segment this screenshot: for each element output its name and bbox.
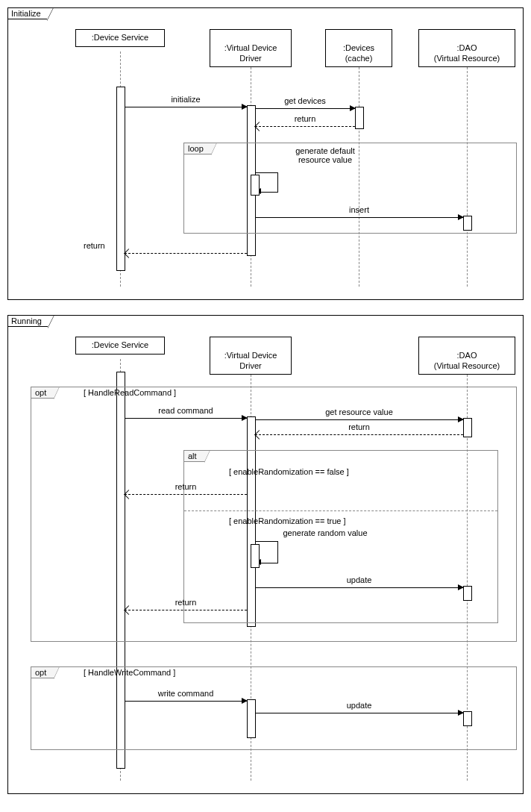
activation-bar [251, 544, 260, 568]
message-label: update [255, 575, 463, 584]
message-get-devices: get devices [255, 98, 355, 111]
participant-dao: :DAO (Virtual Resource) [418, 337, 515, 375]
participant-device-service: :Device Service [75, 29, 165, 47]
message-label: return [255, 114, 355, 123]
message-return-false: return [125, 484, 247, 497]
message-label: insert [255, 205, 463, 214]
message-label: get resource value [255, 407, 463, 416]
fragment-label: loop [188, 144, 204, 153]
participant-device-service: :Device Service [75, 337, 165, 355]
fragment-tab: alt [183, 450, 205, 462]
fragment-label: opt [35, 668, 46, 677]
fragment-tab: opt [31, 387, 54, 399]
participant-label: :Virtual Device Driver [224, 351, 277, 370]
fragment-guard: [ enableRandomization == false ] [229, 467, 349, 476]
frame-running: Running :Device Service :Virtual Device … [7, 315, 524, 794]
message-label: generate random value [262, 528, 389, 537]
activation-bar [251, 175, 260, 196]
message-return-resource: return [255, 424, 463, 437]
participant-label: :DAO (Virtual Resource) [434, 351, 500, 370]
fragment-label: opt [35, 388, 46, 397]
participant-label: :Virtual Device Driver [224, 43, 277, 63]
participant-label: :Device Service [92, 340, 148, 349]
participant-dao: :DAO (Virtual Resource) [418, 29, 515, 67]
message-label: generate default resource value [266, 146, 385, 164]
fragment-guard: [ HandleWriteCommand ] [84, 668, 175, 677]
message-update-write: update [255, 702, 463, 716]
participant-label: :Device Service [92, 33, 148, 42]
fragment-guard: [ enableRandomization == true ] [229, 516, 346, 525]
participant-virtual-driver: :Virtual Device Driver [210, 337, 292, 375]
message-label: update [255, 701, 463, 710]
message-label: read command [125, 406, 247, 415]
participant-label: :Devices (cache) [343, 43, 374, 63]
participant-virtual-driver: :Virtual Device Driver [210, 29, 292, 67]
message-return-devices: return [255, 116, 355, 129]
frame-title: Initialize [11, 9, 41, 18]
message-label: get devices [255, 96, 355, 105]
fragment-tab: opt [31, 666, 54, 678]
message-label: return [84, 241, 206, 250]
message-label: return [125, 598, 247, 607]
frame-title: Running [11, 316, 42, 325]
message-insert: insert [255, 207, 463, 220]
message-write-command: write command [125, 690, 247, 704]
message-initialize: initialize [125, 96, 247, 110]
fragment-tab: loop [183, 143, 212, 154]
message-label: initialize [125, 95, 247, 104]
frame-title-tab: Running [7, 315, 48, 327]
message-get-resource: get resource value [255, 409, 463, 422]
message-label: write command [125, 689, 247, 698]
message-update-alt: update [255, 577, 463, 590]
fragment-label: alt [188, 452, 197, 460]
fragment-guard: [ HandleReadCommand ] [84, 388, 176, 397]
participant-devices-cache: :Devices (cache) [325, 29, 392, 67]
message-label: return [255, 422, 463, 431]
participant-label: :DAO (Virtual Resource) [434, 43, 500, 63]
activation-bar [355, 107, 364, 129]
frame-title-tab: Initialize [7, 7, 48, 19]
message-label: return [125, 482, 247, 491]
diagram-initialize: :Device Service :Virtual Device Driver :… [8, 8, 523, 299]
message-return-true: return [125, 599, 247, 613]
diagram-running: :Device Service :Virtual Device Driver :… [8, 316, 523, 793]
message-return-final: return [125, 243, 247, 256]
frame-initialize: Initialize :Device Service :Virtual Devi… [7, 7, 524, 300]
message-read-command: read command [125, 407, 247, 421]
